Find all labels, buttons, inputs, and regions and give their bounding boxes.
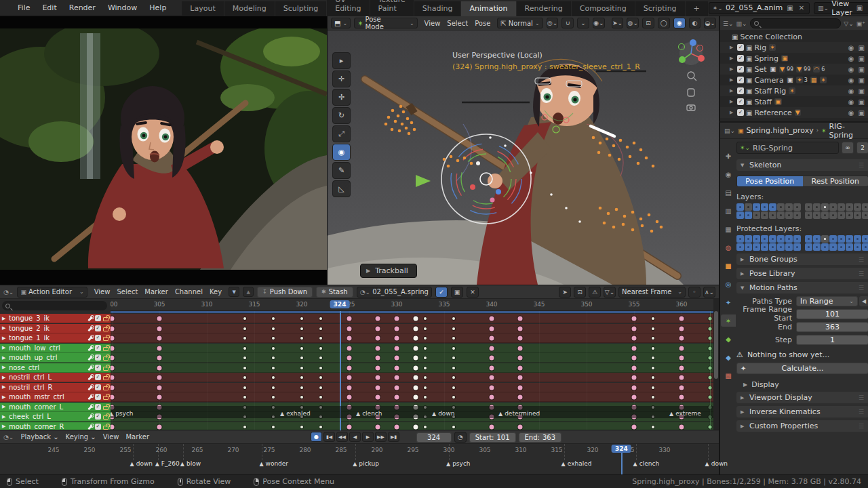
modifiers-wrench-icon[interactable] [87, 374, 93, 380]
expand-icon[interactable]: ▶ [730, 66, 735, 72]
disable-render-icon[interactable]: ▣ [859, 87, 865, 95]
channel-enable-checkbox[interactable]: ✓ [95, 394, 101, 400]
expand-icon[interactable]: ▶ [2, 336, 7, 341]
layer-cell[interactable] [793, 211, 801, 219]
navigation-gizmo[interactable] [679, 39, 705, 65]
keyframe-breakdown[interactable] [652, 396, 654, 399]
channel-enable-checkbox[interactable]: ✓ [95, 404, 101, 410]
auto-keyframe-clock-icon[interactable]: ◔ [454, 432, 467, 443]
disable-render-icon[interactable]: ▣ [859, 109, 865, 117]
keyframe-breakdown[interactable] [452, 327, 455, 330]
dope-markers-band[interactable]: ▲psych▲exhaled▲clench▲down▲determined▲ex… [111, 406, 713, 418]
render-tab-icon[interactable]: ◉ [721, 168, 736, 180]
protected-layer-cell[interactable] [821, 243, 829, 251]
layer-cell[interactable] [745, 203, 752, 211]
expand-icon[interactable]: ▶ [2, 414, 7, 420]
protected-layer-cell[interactable] [753, 243, 760, 251]
gizmo-toggle-button[interactable]: ➤⌄ [612, 18, 624, 28]
protected-layer-cell[interactable] [862, 243, 868, 251]
layer-cell[interactable] [821, 211, 829, 219]
bone-arrow-handle[interactable] [416, 175, 431, 187]
protected-layer-cell[interactable] [761, 243, 768, 251]
disable-render-icon[interactable]: ▣ [859, 77, 865, 84]
menu-file[interactable]: File [12, 1, 36, 14]
channel-lock-icon[interactable] [103, 337, 108, 341]
keyframe-breakdown[interactable] [424, 376, 427, 379]
workspace-tab-layout[interactable]: Layout [182, 1, 224, 16]
layer-cell[interactable] [777, 211, 785, 219]
editor-type-button[interactable]: ◔⌄ [3, 434, 14, 441]
action-datablock-selector[interactable]: ◔⌄02_055_A.spring [357, 287, 432, 298]
expand-icon[interactable]: ▶ [730, 99, 735, 104]
field-value[interactable]: 1 [796, 335, 868, 345]
layer-cell[interactable] [736, 211, 744, 219]
hide-hidden-button[interactable]: ⊡ [574, 287, 586, 298]
collection-checkbox[interactable]: ✓ [737, 109, 744, 116]
channel-mouth_low_ctrl[interactable]: ▶mouth_low_ctrl✓ [0, 344, 111, 353]
marker-exhaled[interactable]: ▲exhaled [280, 410, 311, 417]
layer-cell[interactable] [761, 211, 768, 219]
xray-toggle-button[interactable]: ⊡ [642, 18, 654, 28]
snap-target-button[interactable]: ⌄ [577, 18, 589, 28]
keyframe-breakdown[interactable] [319, 337, 322, 340]
channel-nostril_ctrl_R[interactable]: ▶nostril_ctrl_R✓ [0, 383, 111, 392]
hide-eye-icon[interactable]: ◉ [848, 87, 854, 95]
calculate-paths-button[interactable]: ✦ Calculate... [736, 363, 868, 374]
channel-enable-checkbox[interactable]: ✓ [95, 354, 101, 361]
outliner-row-set[interactable]: ▶✓▣Set▣▼99▼99◠6◉▣ [720, 64, 868, 75]
keyframe-key[interactable] [376, 385, 380, 390]
keyframe-breakdown[interactable] [452, 426, 455, 428]
channel-lock-icon[interactable] [103, 396, 108, 400]
menu-help[interactable]: Help [143, 1, 172, 14]
only-selected-button[interactable]: ➤ [559, 287, 571, 298]
protected-layer-cell[interactable] [785, 235, 793, 243]
keyframe-key[interactable] [376, 346, 380, 350]
modifiers-wrench-icon[interactable] [87, 413, 93, 420]
marker-f_260[interactable]: ▲F_260 [155, 460, 180, 467]
view-layer-tab-icon[interactable]: ▥ [721, 205, 736, 217]
channel-tongue_3_ik[interactable]: ▶tongue_3_ik✓ [0, 314, 111, 323]
keyframe-key[interactable] [376, 424, 380, 429]
push-down-button[interactable]: ↧Push Down [257, 287, 313, 298]
hide-eye-icon[interactable]: ◉ [848, 109, 854, 117]
channel-lock-icon[interactable] [103, 376, 108, 380]
field-value[interactable]: 101 [796, 309, 868, 319]
keyframe-key[interactable] [376, 356, 380, 361]
keyframe-key[interactable] [518, 375, 523, 380]
keyframe-breakdown[interactable] [319, 426, 322, 428]
keyframe-key[interactable] [518, 336, 523, 341]
keyframe-breakdown[interactable] [272, 357, 275, 359]
timeline-menu-view[interactable]: View [100, 432, 123, 442]
viewport-nav-icons[interactable] [687, 72, 696, 110]
modifiers-wrench-icon[interactable] [87, 404, 93, 410]
expand-icon[interactable]: ▶ [730, 110, 735, 115]
keyframe-breakdown[interactable] [652, 386, 654, 389]
keyframe-breakdown[interactable] [424, 327, 427, 330]
layer-cell[interactable] [862, 203, 868, 211]
workspace-tab-uv-editing[interactable]: UV Editing [327, 0, 370, 16]
marker-blow[interactable]: ▲blow [180, 460, 201, 467]
keyframe-breakdown[interactable] [652, 337, 654, 340]
viewport-display-panel-header[interactable]: ▶Viewport Display☰ [736, 392, 868, 403]
channel-lock-icon[interactable] [103, 357, 108, 361]
snap-mode-dropdown[interactable]: Nearest Frame⌄ [618, 287, 686, 298]
world-tab-icon[interactable]: ◍ [721, 241, 736, 253]
pivot-point-button[interactable]: ◎⌄ [547, 18, 559, 28]
keyframe-key[interactable] [518, 424, 523, 429]
unlink-action-button[interactable]: ✕ [467, 287, 479, 298]
protected-layer-cell[interactable] [785, 243, 793, 251]
channel-nose_ctrl[interactable]: ▶nose_ctrl✓ [0, 363, 111, 373]
protected-layer-cell[interactable] [821, 235, 829, 243]
library-link-icon[interactable]: ∞ [842, 142, 854, 154]
channel-search-input[interactable] [2, 301, 107, 310]
expand-icon[interactable]: ▶ [730, 45, 735, 50]
workspace-tab-modeling[interactable]: Modeling [224, 1, 275, 16]
keyframe-breakdown[interactable] [652, 347, 654, 350]
keyframe-breakdown[interactable] [272, 426, 275, 428]
scene-tab-icon[interactable]: ▦ [721, 223, 736, 235]
keyframe-selected[interactable] [414, 346, 418, 350]
keyframe-key[interactable] [518, 365, 523, 370]
transform-tool[interactable]: ◉ [332, 144, 351, 161]
dope-menu-marker[interactable]: Marker [141, 287, 172, 297]
protected-layer-cell[interactable] [736, 243, 744, 251]
